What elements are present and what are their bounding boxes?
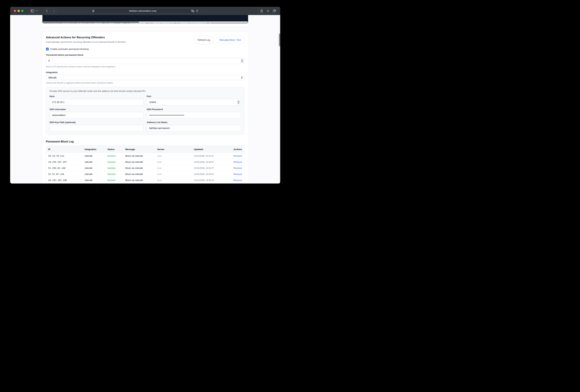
integration-label: Integration xyxy=(46,71,245,74)
refresh-log-button[interactable]: Refresh Log xyxy=(194,36,214,44)
threshold-stepper[interactable] xyxy=(241,59,244,63)
remove-link[interactable]: Remove xyxy=(233,179,242,182)
enable-permanent-blocking-checkbox[interactable] xyxy=(46,48,49,50)
address-bar[interactable]: fail2ban.swissmakers.corp A 文 xyxy=(90,8,200,13)
threshold-help-text: Once an IP reaches this number of bans i… xyxy=(46,66,245,68)
row-status: blocked xyxy=(108,155,125,157)
row-ip: 50.19.79.213 xyxy=(48,155,85,157)
mikrotik-ssh-panel: Provide SSH access to your Mikrotik rout… xyxy=(46,87,245,135)
block-log-table: IP Integration Status Message Server Upd… xyxy=(46,146,245,184)
tab-overview-icon[interactable] xyxy=(273,9,276,12)
row-updated: 21/01/2026, 19:26:31 xyxy=(194,173,226,175)
threshold-input[interactable] xyxy=(46,58,245,64)
column-header-updated: Updated xyxy=(194,148,226,151)
remove-link[interactable]: Remove xyxy=(233,155,242,157)
page-vscrollbar-track[interactable] xyxy=(279,15,280,184)
enable-permanent-blocking-label[interactable]: Enable automatic permanent blocking xyxy=(50,48,89,50)
row-integration: mikrotik xyxy=(85,155,108,157)
sidebar-icon[interactable] xyxy=(31,9,34,12)
row-message: Block via mikrotik xyxy=(125,173,157,175)
row-status: blocked xyxy=(108,173,125,175)
table-row: 34.225.243.131mikrotikblockedBlock via m… xyxy=(46,183,244,184)
row-actions: Remove xyxy=(226,155,242,157)
traffic-lights xyxy=(14,10,23,12)
row-message: Block via mikrotik xyxy=(125,155,157,157)
select-chevrons-icon xyxy=(241,77,243,79)
row-ip: 52.22.87.224 xyxy=(48,173,85,175)
table-row: 50.19.79.213mikrotikblockedBlock via mik… xyxy=(46,153,244,159)
svg-text:文: 文 xyxy=(193,11,194,12)
log-card: [21:40:02] 2026/01/21 20:40:02 SSH comma… xyxy=(42,15,249,27)
column-header-message: Message xyxy=(125,148,157,151)
address-list-name-label: Address List Name xyxy=(147,121,241,124)
row-ip: 34.239.197.197 xyxy=(48,161,85,163)
ssh-log-terminal[interactable]: [21:40:02] 2026/01/21 20:40:02 SSH comma… xyxy=(42,15,248,23)
row-integration: mikrotik xyxy=(85,179,108,182)
row-updated: 21/01/2026, 19:32:27 xyxy=(194,167,226,169)
close-window-button[interactable] xyxy=(14,10,16,12)
ssh-key-path-label: SSH Key Path (optional) xyxy=(49,121,144,124)
remove-link[interactable]: Remove xyxy=(233,167,242,169)
row-status: blocked xyxy=(108,167,125,169)
row-server: local xyxy=(157,161,194,163)
browser-titlebar: fail2ban.swissmakers.corp A 文 xyxy=(10,7,280,15)
page-content: [21:40:02] 2026/01/21 20:40:02 SSH comma… xyxy=(10,15,280,184)
zoom-window-button[interactable] xyxy=(21,10,23,12)
reload-icon[interactable] xyxy=(196,10,198,12)
history-nav-group xyxy=(43,8,58,14)
row-actions: Remove xyxy=(226,173,242,175)
block-log-title: Permanent Block Log xyxy=(46,140,245,143)
address-list-name-input[interactable] xyxy=(147,125,241,131)
row-integration: mikrotik xyxy=(85,167,108,169)
forward-button[interactable] xyxy=(50,8,58,14)
integration-help-text: Choose the firewall or appliance where p… xyxy=(46,82,245,84)
port-input[interactable] xyxy=(147,99,241,105)
terminal-hscrollbar-thumb[interactable] xyxy=(43,21,139,23)
sidebar-toggle-group xyxy=(29,8,40,14)
row-updated: 21/01/2026, 18:05:22 xyxy=(194,179,226,182)
remove-link[interactable]: Remove xyxy=(233,173,242,175)
row-server: local xyxy=(157,155,194,157)
back-button[interactable] xyxy=(43,8,50,14)
row-ip: 52.204.81.148 xyxy=(48,167,85,169)
minimize-window-button[interactable] xyxy=(17,10,20,12)
table-row: 52.204.81.148mikrotikblockedBlock via mi… xyxy=(46,165,244,171)
reader-page-icon[interactable] xyxy=(92,10,95,12)
chevron-down-icon[interactable] xyxy=(36,10,38,11)
table-row: 52.22.87.224mikrotikblockedBlock via mik… xyxy=(46,171,244,177)
browser-window: fail2ban.swissmakers.corp A 文 xyxy=(10,7,280,184)
row-message: Block via mikrotik xyxy=(125,179,157,182)
remove-link[interactable]: Remove xyxy=(233,161,242,163)
threshold-label: Threshold before permanent block xyxy=(46,54,245,56)
terminal-hscrollbar-track[interactable] xyxy=(43,21,248,23)
ssh-password-input[interactable] xyxy=(147,112,241,118)
manually-block-test-button[interactable]: Manually Block / Test xyxy=(216,36,245,44)
new-tab-icon[interactable] xyxy=(267,10,269,12)
row-status: blocked xyxy=(108,179,125,182)
row-server: local xyxy=(157,179,194,182)
row-ip: 44.193.102.198 xyxy=(48,179,85,182)
share-icon[interactable] xyxy=(260,9,263,12)
column-header-integration: Integration xyxy=(85,148,108,151)
section-subtitle: Automatically synchronize recurring offe… xyxy=(46,41,194,43)
row-server: local xyxy=(157,167,194,169)
integration-selected-value: Mikrotik xyxy=(48,76,57,79)
page-vscrollbar-thumb[interactable] xyxy=(279,34,280,46)
row-updated: 21/01/2026, 19:46:47 xyxy=(194,161,226,163)
row-status: blocked xyxy=(108,161,125,163)
host-label: Host xyxy=(49,95,144,98)
row-integration: mikrotik xyxy=(85,173,108,175)
ssh-username-input[interactable] xyxy=(49,112,144,118)
row-integration: mikrotik xyxy=(85,161,108,163)
translate-icon[interactable]: A 文 xyxy=(191,10,194,12)
row-actions: Remove xyxy=(226,167,242,169)
ssh-panel-intro: Provide SSH access to your Mikrotik rout… xyxy=(49,90,241,92)
port-stepper[interactable] xyxy=(237,100,240,104)
host-input[interactable] xyxy=(49,99,144,105)
row-message: Block via mikrotik xyxy=(125,167,157,169)
table-row: 34.239.197.197mikrotikblockedBlock via m… xyxy=(46,159,244,165)
url-text[interactable]: fail2ban.swissmakers.corp xyxy=(95,10,191,12)
ssh-key-path-input[interactable] xyxy=(49,125,144,131)
row-message: Block via mikrotik xyxy=(125,161,157,163)
integration-select[interactable]: Mikrotik xyxy=(46,75,245,80)
